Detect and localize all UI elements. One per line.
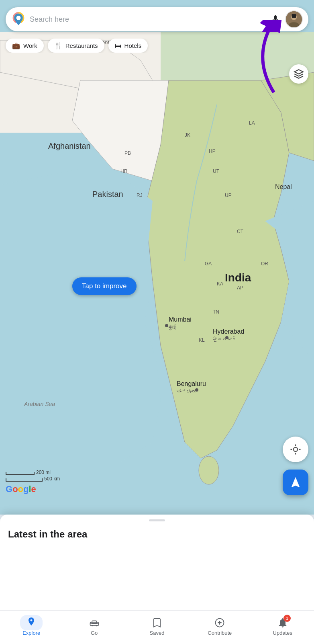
my-location-button[interactable]	[283, 437, 308, 462]
tap-improve-label: Tap to improve	[82, 282, 127, 290]
briefcase-icon: 💼	[12, 42, 20, 49]
nav-item-contribute[interactable]: Contribute	[200, 617, 240, 636]
nav-item-saved[interactable]: Saved	[137, 617, 177, 636]
explore-label: Explore	[22, 630, 40, 636]
svg-text:Hyderabad: Hyderabad	[213, 328, 244, 335]
google-logo-o1: o	[12, 484, 18, 494]
mic-icon[interactable]	[269, 13, 282, 26]
svg-point-41	[294, 447, 298, 451]
svg-text:హైదరాబాద్: హైదరాబాద్	[213, 336, 237, 342]
contribute-label: Contribute	[208, 630, 232, 636]
map-background: Afghanistan Pakistan India PB HR RJ JK H…	[0, 0, 314, 515]
bottom-nav: Explore Go Saved	[0, 610, 314, 644]
quick-filters: 💼 Work 🍴 Restaurants 🛏 Hotels	[0, 39, 314, 53]
svg-text:OR: OR	[261, 261, 268, 267]
google-maps-logo	[11, 12, 26, 27]
updates-label: Updates	[273, 630, 292, 636]
svg-text:RJ: RJ	[137, 193, 143, 198]
svg-text:Afghanistan: Afghanistan	[48, 142, 91, 150]
svg-text:KA: KA	[217, 281, 223, 287]
sheet-title: Latest in the area	[0, 521, 314, 544]
svg-text:Mumbai: Mumbai	[169, 316, 192, 323]
svg-text:KL: KL	[199, 337, 205, 343]
svg-text:PB: PB	[124, 150, 131, 156]
google-logo-g: G	[6, 484, 12, 494]
svg-text:AP: AP	[237, 285, 243, 291]
svg-text:India: India	[225, 271, 251, 284]
nav-item-go[interactable]: Go	[74, 617, 114, 636]
go-icon	[89, 617, 100, 628]
svg-text:JK: JK	[185, 132, 190, 138]
svg-text:ಬೆಂಗಳೂರು: ಬೆಂಗಳೂರು	[177, 389, 196, 394]
nav-item-explore[interactable]: Explore	[11, 617, 51, 636]
updates-badge: 1	[283, 615, 291, 622]
contribute-icon	[214, 617, 225, 628]
explore-icon	[26, 617, 37, 628]
google-logo-g2: g	[23, 484, 29, 494]
svg-text:CT: CT	[237, 229, 244, 234]
svg-point-2	[199, 456, 219, 484]
saved-icon	[151, 617, 163, 628]
map-container[interactable]: Afghanistan Pakistan India PB HR RJ JK H…	[0, 0, 314, 515]
search-bar[interactable]: Search here	[6, 7, 308, 31]
user-avatar[interactable]	[285, 10, 303, 28]
updates-icon: 1	[277, 617, 288, 628]
nav-item-updates[interactable]: 1 Updates	[263, 617, 303, 636]
fork-icon: 🍴	[54, 42, 62, 49]
svg-point-44	[92, 625, 93, 627]
svg-text:HP: HP	[209, 148, 216, 154]
svg-text:UP: UP	[225, 193, 232, 198]
svg-text:LA: LA	[249, 120, 255, 126]
svg-text:Pakistan: Pakistan	[92, 190, 123, 199]
svg-point-36	[16, 16, 21, 20]
filter-hotels-label: Hotels	[124, 42, 142, 49]
svg-text:GA: GA	[205, 261, 212, 267]
google-logo-o2: o	[18, 484, 23, 494]
scale-label-miles: 200 mi	[36, 470, 51, 475]
scale-bar: 200 mi 500 km	[6, 470, 60, 482]
filter-restaurants-label: Restaurants	[65, 42, 98, 49]
layer-toggle-button[interactable]	[289, 64, 308, 84]
saved-label: Saved	[150, 630, 165, 636]
tap-to-improve-button[interactable]: Tap to improve	[72, 277, 137, 295]
filter-work-label: Work	[23, 42, 37, 49]
filter-restaurants[interactable]: 🍴 Restaurants	[48, 39, 104, 53]
svg-text:Bengaluru: Bengaluru	[177, 380, 206, 387]
bed-icon: 🛏	[115, 42, 121, 49]
google-logo: Google	[6, 484, 36, 494]
search-input[interactable]: Search here	[30, 15, 269, 24]
svg-text:Arabian Sea: Arabian Sea	[24, 401, 55, 407]
svg-point-22	[165, 324, 168, 327]
svg-text:मुंबई: मुंबई	[168, 324, 176, 330]
svg-point-45	[96, 625, 97, 627]
svg-text:HR: HR	[120, 168, 128, 174]
navigation-fab[interactable]	[283, 470, 308, 495]
google-logo-e: e	[31, 484, 36, 494]
filter-hotels[interactable]: 🛏 Hotels	[108, 39, 148, 53]
filter-work[interactable]: 💼 Work	[6, 39, 44, 53]
bottom-sheet: Latest in the area Explore	[0, 515, 314, 644]
svg-text:Nepal: Nepal	[275, 183, 292, 190]
svg-rect-40	[292, 14, 296, 18]
svg-text:UT: UT	[213, 168, 220, 174]
svg-text:TN: TN	[213, 309, 219, 315]
go-label: Go	[91, 630, 98, 636]
scale-label-km: 500 km	[44, 476, 60, 482]
